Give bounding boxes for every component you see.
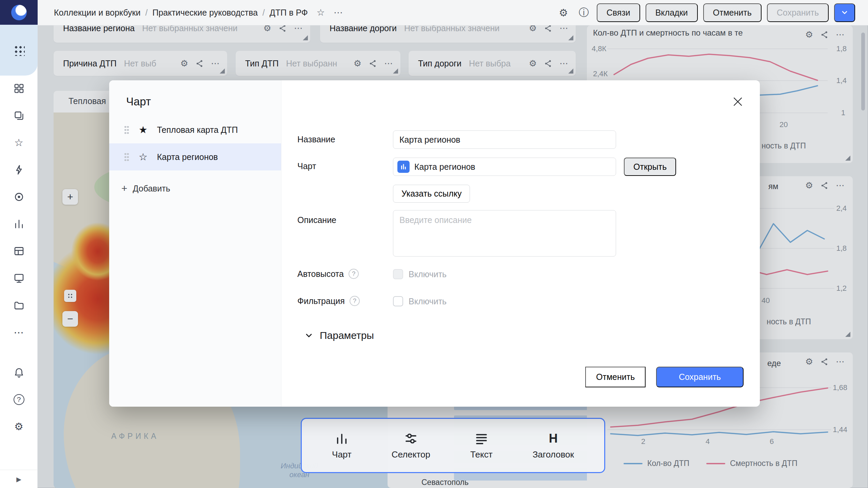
chart-settings-dialog: Чарт ★ Тепловая карта ДТП ☆ Карта регион…	[109, 80, 760, 407]
toolbar-item-heading[interactable]: H Заголовок	[533, 431, 574, 460]
settings-gear-icon[interactable]: ⚙	[556, 7, 571, 19]
toolbar-item-label: Селектор	[392, 449, 430, 460]
sidebar-footer: ▶	[0, 470, 38, 488]
widget-tab-item[interactable]: ★ Тепловая карта ДТП	[109, 116, 281, 143]
open-chart-button[interactable]: Открыть	[624, 158, 676, 176]
filtering-checkbox[interactable]	[393, 296, 403, 306]
apps-switcher[interactable]	[0, 25, 38, 76]
breadcrumb: Коллекции и воркбуки / Практические руко…	[54, 8, 308, 18]
monitor-icon	[13, 272, 25, 284]
close-icon	[731, 95, 744, 108]
widget-tab-item-selected[interactable]: ☆ Карта регионов	[109, 143, 281, 170]
apps-grid-icon	[13, 44, 25, 56]
collections-icon	[13, 110, 25, 121]
specify-link-button[interactable]: Указать ссылку	[393, 185, 470, 203]
favorite-star-icon[interactable]: ☆	[317, 7, 325, 18]
sidebar-item-notifications[interactable]	[13, 366, 25, 379]
close-dialog-button[interactable]	[731, 95, 744, 108]
parameters-section-label: Параметры	[320, 330, 374, 341]
sliders-icon	[404, 431, 418, 446]
sidebar-item-help[interactable]: ?	[13, 393, 25, 406]
breadcrumb-current: ДТП в РФ	[270, 8, 308, 18]
widget-tab-label: Карта регионов	[157, 152, 218, 162]
folder-icon	[13, 300, 25, 311]
chart-icon	[335, 431, 349, 446]
autoheight-label-text: Автовысота	[297, 269, 344, 279]
enable-label: Включить	[409, 297, 447, 306]
toolbar-item-selector[interactable]: Селектор	[392, 431, 430, 460]
sidebar-item-presentations[interactable]	[13, 272, 25, 284]
sidebar-item-collections[interactable]	[13, 109, 25, 122]
more-icon: ⋯	[14, 326, 24, 338]
save-button[interactable]: Сохранить	[767, 3, 829, 22]
cancel-button[interactable]: Отменить	[703, 3, 762, 22]
chart-field-label: Чарт	[297, 161, 316, 171]
drag-handle-icon[interactable]	[124, 125, 129, 135]
sidebar-item-monitoring[interactable]	[13, 190, 25, 203]
filtering-checkbox-row: Включить	[393, 296, 447, 306]
relations-button[interactable]: Связи	[597, 3, 640, 22]
sidebar-nav: ☆ ⋯	[0, 82, 38, 339]
dialog-form-panel: Название Чарт Карта регионов Открыть Ука…	[281, 80, 760, 407]
toolbar-item-label: Заголовок	[533, 449, 574, 460]
help-icon[interactable]: ?	[350, 296, 360, 306]
save-dropdown-button[interactable]	[834, 3, 855, 22]
app-window: Название региона Нет выбранных значени ⚙…	[0, 0, 868, 488]
breadcrumb-separator: /	[145, 8, 148, 18]
sidebar-item-more[interactable]: ⋯	[13, 326, 25, 339]
sidebar-item-storage[interactable]	[13, 299, 25, 311]
sidebar-item-settings[interactable]: ⚙	[13, 420, 25, 433]
toolbar-item-chart[interactable]: Чарт	[332, 431, 352, 460]
sidebar-bottom-nav: ? ⚙	[0, 366, 38, 433]
name-input[interactable]	[393, 130, 616, 149]
autoheight-checkbox[interactable]	[393, 269, 403, 279]
description-textarea[interactable]	[393, 210, 616, 257]
plus-icon: +	[121, 183, 127, 194]
chart-picker-field[interactable]: Карта регионов	[393, 158, 616, 176]
tabs-button[interactable]: Вкладки	[646, 3, 698, 22]
left-sidebar: ☆ ⋯ ? ⚙ ▶	[0, 0, 38, 488]
toolbar-item-label: Текст	[470, 449, 492, 460]
description-field-label: Описание	[297, 215, 336, 225]
sidebar-item-editor[interactable]	[13, 163, 25, 176]
sidebar-item-tables[interactable]	[13, 245, 25, 257]
autoheight-checkbox-row: Включить	[393, 269, 447, 279]
sidebar-item-dashboards[interactable]	[13, 82, 25, 95]
heading-icon: H	[549, 431, 558, 446]
expand-sidebar-button[interactable]: ▶	[16, 475, 21, 483]
breadcrumb-collections[interactable]: Коллекции и воркбуки	[54, 8, 141, 18]
dialog-save-button[interactable]: Сохранить	[656, 367, 744, 387]
top-header: Коллекции и воркбуки / Практические руко…	[38, 0, 868, 25]
bar-chart-icon	[13, 218, 25, 230]
help-icon[interactable]: ?	[349, 269, 359, 279]
chart-type-icon	[397, 161, 410, 173]
parameters-section-toggle[interactable]: Параметры	[304, 330, 374, 341]
lens-icon	[13, 191, 25, 203]
dashboards-icon	[13, 83, 25, 94]
dialog-cancel-button[interactable]: Отменить	[585, 367, 646, 387]
app-logo[interactable]	[0, 0, 38, 25]
gear-icon: ⚙	[14, 421, 23, 432]
add-widget-toolbar: Чарт Селектор Текст H Заголовок	[301, 418, 605, 473]
sidebar-item-charts[interactable]	[13, 218, 25, 230]
add-widget-button[interactable]: + Добавить	[121, 183, 170, 194]
info-icon[interactable]: ⓘ	[576, 6, 591, 20]
logo-icon	[11, 5, 27, 20]
drag-handle-icon[interactable]	[124, 152, 129, 162]
sidebar-item-favorites[interactable]: ☆	[13, 136, 25, 149]
filtering-label: Фильтрация ?	[297, 296, 360, 306]
filtering-label-text: Фильтрация	[297, 296, 345, 306]
chart-picker-value: Карта регионов	[414, 162, 475, 172]
text-lines-icon	[474, 431, 489, 446]
help-icon: ?	[14, 394, 24, 405]
toolbar-item-text[interactable]: Текст	[470, 431, 492, 460]
autoheight-label: Автовысота ?	[297, 269, 359, 279]
add-widget-label: Добавить	[133, 184, 171, 194]
breadcrumb-guides[interactable]: Практические руководства	[152, 8, 258, 18]
more-icon[interactable]: ⋯	[334, 7, 343, 18]
name-field-label: Название	[297, 135, 335, 144]
star-outline-icon[interactable]: ☆	[137, 151, 149, 163]
table-icon	[13, 245, 25, 257]
star-filled-icon[interactable]: ★	[137, 124, 149, 136]
toolbar-item-label: Чарт	[332, 449, 352, 460]
